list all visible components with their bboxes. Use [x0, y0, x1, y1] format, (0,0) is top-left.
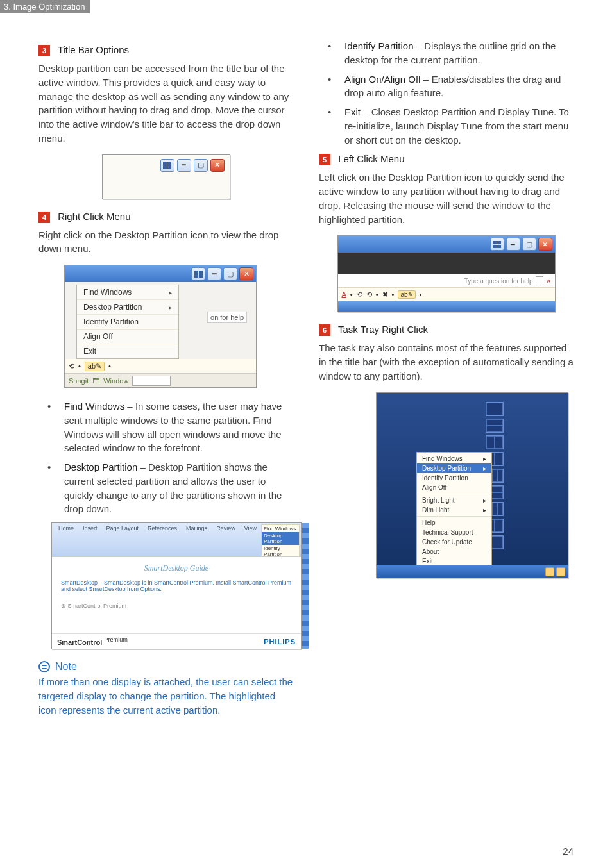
help-hint: on for help — [207, 312, 247, 323]
tray-menu-align-off[interactable]: Align Off — [417, 483, 491, 492]
doc-title: SmartDesktop Guide — [61, 563, 292, 573]
ribbon-tab[interactable]: Home — [56, 524, 76, 532]
minimize-icon[interactable]: ━ — [506, 238, 520, 251]
section-5-title: 5 Left Click Menu — [319, 153, 574, 165]
minimize-icon[interactable]: ━ — [177, 159, 191, 172]
menu-item-find-windows[interactable]: Find Windows — [77, 285, 178, 300]
close-icon[interactable]: ✕ — [210, 159, 225, 172]
tray-menu-tech-support[interactable]: Technical Support — [417, 528, 491, 537]
maximize-icon[interactable]: ▢ — [522, 238, 536, 251]
chevron-right-icon — [169, 303, 172, 312]
section-6-title: 6 Task Tray Right Click — [319, 324, 574, 336]
note-label: Note — [55, 661, 77, 672]
bullet-exit: Exit – Closes Desktop Partition and Disp… — [319, 105, 574, 147]
ribbon-tab[interactable]: View — [242, 524, 259, 532]
section-4-body: Right click on the Desktop Partition ico… — [38, 228, 293, 256]
tray-menu-bright-light[interactable]: Bright Light▸ — [417, 496, 491, 505]
tray-icon[interactable] — [556, 567, 565, 576]
minimize-icon[interactable]: ━ — [207, 267, 221, 280]
tray-menu-identify-partition[interactable]: Identify Partition — [417, 473, 491, 483]
maximize-icon[interactable]: ▢ — [223, 267, 237, 280]
left-column: 3 Title Bar Options Desktop partition ca… — [38, 39, 293, 717]
close-icon[interactable]: ✕ — [538, 238, 552, 251]
menu-item-identify-partition[interactable]: Identify Partition — [77, 315, 178, 330]
section-4-title: 4 Right Click Menu — [38, 211, 293, 223]
section-5-body: Left click on the Desktop Partition icon… — [319, 171, 574, 226]
tray-menu-about[interactable]: About — [417, 547, 491, 556]
left-bullet-list: Find Windows – In some cases, the user m… — [38, 399, 293, 516]
partition-grid-icon[interactable] — [160, 159, 174, 172]
section-6-body: The task tray also contains most of the … — [319, 341, 574, 383]
note-heading: Note — [38, 661, 293, 672]
section-5-heading: Left Click Menu — [338, 153, 404, 164]
context-menu[interactable]: Find Windows Desktop Partition Identify … — [76, 285, 179, 359]
right-column: Identify Partition – Displays the outlin… — [319, 39, 574, 717]
tray-icon[interactable] — [545, 567, 554, 576]
close-icon[interactable]: ✕ — [239, 267, 253, 280]
smartcontrol-brand: SmartControl Premium — [57, 637, 128, 646]
section-3-title: 3 Title Bar Options — [38, 44, 293, 56]
breadcrumb: 3. Image Optimization — [0, 0, 90, 13]
tray-context-menu[interactable]: Find Windows▸ Desktop Partition▸ Identif… — [416, 452, 492, 569]
note-icon — [38, 661, 50, 672]
tray-menu-check-update[interactable]: Check for Update — [417, 537, 491, 547]
window-label: Window — [103, 377, 128, 385]
figure-left-click-tray: ━ ▢ ✕ Type a question for help✕ A• ⟲⟲•✖•… — [337, 235, 556, 312]
partition-grid-icon[interactable] — [490, 238, 504, 251]
taskbar — [377, 565, 568, 578]
tray-menu-desktop-partition[interactable]: Desktop Partition▸ — [417, 463, 491, 473]
chevron-right-icon — [169, 288, 172, 297]
snagit-icon: 🗔 — [92, 377, 99, 385]
panel-label: ⊕ SmartControl Premium — [61, 603, 292, 609]
close-hint-icon[interactable]: ✕ — [546, 278, 551, 285]
highlight-icon[interactable]: ab✎ — [398, 290, 415, 299]
figure-task-tray-menu: Find Windows▸ Desktop Partition▸ Identif… — [376, 392, 568, 578]
section-4-heading: Right Click Menu — [58, 211, 130, 222]
section-3-number: 3 — [38, 45, 50, 56]
maximize-icon[interactable]: ▢ — [194, 159, 208, 172]
tray-menu-find-windows[interactable]: Find Windows▸ — [417, 454, 491, 463]
bullet-find-windows: Find Windows – In some cases, the user m… — [38, 399, 293, 455]
section-6-number: 6 — [319, 324, 330, 336]
section-5-number: 5 — [319, 154, 330, 165]
help-dropdown[interactable] — [536, 276, 543, 285]
ribbon-tab[interactable]: Insert — [80, 524, 100, 532]
ribbon-tab[interactable]: Mailings — [183, 524, 210, 532]
ribbon-tab[interactable]: Page Layout — [104, 524, 142, 532]
tray-menu-help[interactable]: Help — [417, 518, 491, 528]
partition-grid-icon[interactable] — [191, 267, 205, 280]
bullet-desktop-partition: Desktop Partition – Desktop Partition sh… — [38, 460, 293, 516]
note-body: If more than one display is attached, th… — [38, 675, 293, 717]
menu-item-desktop-partition[interactable]: Desktop Partition — [77, 300, 178, 315]
highlight-icon[interactable]: ab✎ — [85, 362, 105, 371]
figure-word-ribbon: Home Insert Page Layout References Maili… — [51, 522, 302, 649]
tray-menu-dim-light[interactable]: Dim Light▸ — [417, 505, 491, 515]
ribbon-tab[interactable]: References — [145, 524, 180, 532]
help-hint: Type a question for help — [464, 278, 533, 285]
section-3-body: Desktop partition can be accessed from t… — [38, 62, 293, 146]
toolbar-glyph: ⟲ — [69, 362, 74, 371]
section-4-number: 4 — [38, 212, 50, 223]
system-tray[interactable] — [545, 567, 565, 576]
doc-line: SmartDesktop – SmartDesktop is in SmartC… — [61, 580, 292, 592]
menu-item-align-off[interactable]: Align Off — [77, 330, 178, 344]
page-number: 24 — [563, 846, 574, 856]
figure-right-click-menu: ━ ▢ ✕ Find Windows Desktop Partition Ide… — [64, 265, 257, 388]
section-3-heading: Title Bar Options — [58, 44, 129, 55]
philips-brand: PHILIPS — [264, 638, 296, 646]
ribbon-tab[interactable]: Review — [214, 524, 238, 532]
bullet-align-toggle: Align On/Align Off – Enables/disables th… — [319, 72, 574, 101]
bullet-identify-partition: Identify Partition – Displays the outlin… — [319, 39, 574, 67]
menu-item-exit[interactable]: Exit — [77, 344, 178, 358]
window-dropdown[interactable] — [132, 376, 171, 386]
figure-titlebar-icons: ━ ▢ ✕ — [102, 154, 230, 199]
right-bullet-list: Identify Partition – Displays the outlin… — [319, 39, 574, 147]
partition-strip-icon — [302, 523, 309, 649]
snagit-label: Snagit — [69, 377, 89, 385]
section-6-heading: Task Tray Right Click — [338, 324, 428, 335]
